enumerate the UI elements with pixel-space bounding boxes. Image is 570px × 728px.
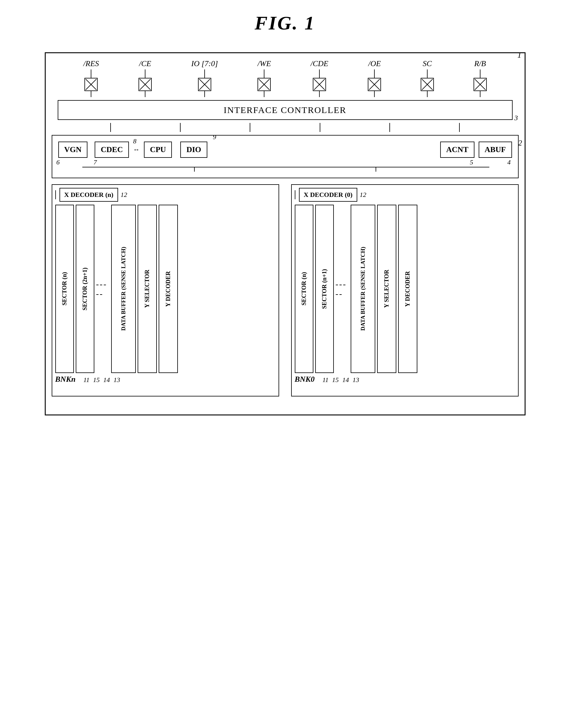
bank-n-bottom-labels: BNKn 11 15 14 13 [55,375,276,384]
y-selector-0-box: Y SELECTOR [377,205,396,373]
y-decoder-0-label: Y DECODER [404,271,411,307]
sector-0n-label: SECTOR (n) [300,272,307,305]
chip-outer: 1 /RES /CE [45,52,526,415]
figure-title: FIG. 1 [255,12,315,34]
pin-sc-label: SC [423,59,432,68]
xdec-n-label: 12 [120,191,127,199]
y-selector-n-label: Y SELECTOR [144,270,151,308]
pin-res: /RES [83,59,99,97]
vgn-group: VGN 6 [58,142,88,158]
pin-io-box [198,78,211,91]
cdec-group: CDEC 7 [95,142,129,158]
num-8: 8 [133,138,136,145]
pin-ce: /CE [138,59,152,97]
pin-cde-box [313,78,326,91]
cpu-group: CPU [144,142,172,158]
diagram-wrapper: 1 /RES /CE [45,52,526,415]
ic-to-inner: 3 [58,123,513,132]
abuf-box: ABUF [479,142,512,158]
sector-0n-box: SECTOR (n) [295,205,313,373]
y-decoder-0-box: Y DECODER [398,205,417,373]
connector-lines [58,163,512,172]
xdec-0-header: X DECODER (0) 12 [295,188,515,202]
interface-controller-area: INTERFACE CONTROLLER [58,100,513,120]
y-selector-0-label: Y SELECTOR [383,270,390,308]
xdec-n-header: X DECODER (n) 12 [55,188,276,202]
label-13-0: 13 [352,376,359,384]
cdec-box: CDEC [95,142,129,158]
inner-label: 2 [518,139,522,148]
pin-oe-label: /OE [368,59,381,68]
cpu-box: CPU [144,142,172,158]
xdec-0-label: 12 [360,191,366,199]
label-11-n: 11 [83,376,89,384]
bank-0-inner: SECTOR (n) SECTOR (n+1) ----- DATA BUFFE… [295,205,515,373]
pin-we: /WE [258,59,271,97]
dio-group: DIO 9 [180,142,207,158]
cdec-cpu-arrow: ↔ 8 [133,146,140,154]
y-decoder-n-box: Y DECODER [159,205,178,373]
pin-oe: /OE [368,59,381,97]
bank-0-bottom-labels: BNK0 11 15 14 13 [295,375,515,384]
dio-box: DIO [180,142,207,158]
pin-we-box [258,78,271,91]
abuf-group: ABUF 4 [479,142,512,158]
num-9: 9 [213,133,216,141]
bank-n-inner: SECTOR (n) SECTOR (2n+1) ----- DATA BUFF… [55,205,276,373]
data-buffer-0-box: DATA BUFFER (SENSE LATCH) [351,205,375,373]
pins-area: /RES /CE I [52,59,519,97]
y-decoder-n-label: Y DECODER [165,271,172,307]
vgn-box: VGN [58,142,88,158]
pin-sc: SC [421,59,434,97]
xdec-0-box: X DECODER (0) [299,188,357,202]
xdec-n-box: X DECODER (n) [59,188,118,202]
data-buffer-0-label: DATA BUFFER (SENSE LATCH) [360,247,366,331]
inner-block: 2 VGN 6 CDEC 7 ↔ 8 [52,135,519,178]
bank-0-dots: ----- [336,205,349,373]
pin-ce-label: /CE [139,59,151,68]
interface-controller: INTERFACE CONTROLLER [58,100,513,120]
sector-n1-box: SECTOR (n+1) [315,205,334,373]
bnk0-label: BNK0 [295,375,315,384]
ic-label: 3 [514,114,518,122]
sector-n-box: SECTOR (n) [55,205,74,373]
pin-oe-box [368,78,381,91]
bnkn-label: BNKn [55,375,76,384]
acnt-box: ACNT [440,142,475,158]
page: FIG. 1 1 /RES /CE [45,12,526,415]
sector-2n1-box: SECTOR (2n+1) [76,205,94,373]
bank-n-dots: ----- [96,205,109,373]
pin-rb-label: R/B [474,59,486,68]
pin-io: IO [7:0] [192,59,218,97]
sector-n1-label: SECTOR (n+1) [321,269,328,309]
pin-cde-label: /CDE [310,59,328,68]
bank-0: X DECODER (0) 12 SECTOR (n) SECTOR (n+1) [291,184,519,397]
comp-row: VGN 6 CDEC 7 ↔ 8 CPU [58,142,512,158]
data-buffer-n-label: DATA BUFFER (SENSE LATCH) [120,247,127,331]
data-buffer-n-box: DATA BUFFER (SENSE LATCH) [111,205,136,373]
label-11-0: 11 [322,376,328,384]
label-15-0: 15 [332,376,339,384]
label-13-n: 13 [113,376,120,384]
pin-rb: R/B [474,59,487,97]
pin-res-label: /RES [83,59,99,68]
sector-n-label: SECTOR (n) [61,272,68,305]
bank-n: X DECODER (n) 12 SECTOR (n) SECTOR (2n+1… [52,184,279,397]
chip-label: 1 [517,50,522,60]
pin-sc-box [421,78,434,91]
pin-res-box [84,78,98,91]
pin-io-label: IO [7:0] [192,59,218,68]
label-14-n: 14 [103,376,110,384]
acnt-group: ACNT 5 [440,142,475,158]
pin-we-label: /WE [258,59,271,68]
banks-row: X DECODER (n) 12 SECTOR (n) SECTOR (2n+1… [52,184,519,397]
pin-ce-box [138,78,152,91]
label-15-n: 15 [93,376,100,384]
pin-rb-box [474,78,487,91]
y-selector-n-box: Y SELECTOR [137,205,157,373]
sector-2n1-label: SECTOR (2n+1) [81,267,88,310]
label-14-0: 14 [342,376,349,384]
pin-cde: /CDE [310,59,328,97]
